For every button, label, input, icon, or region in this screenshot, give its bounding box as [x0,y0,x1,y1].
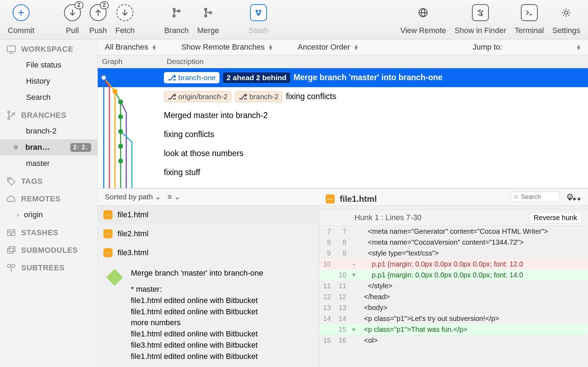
svg-point-25 [8,117,10,120]
sidebar-section-workspace[interactable]: WORKSPACE [0,39,97,57]
sidebar-item-history[interactable]: History [0,73,97,89]
diff-line[interactable]: 1313 <body> [319,302,588,313]
diff-line[interactable]: 10- p.p1 {margin: 0.0px 0.0px 0.0px 0.0p… [319,259,588,270]
sort-button[interactable]: Sorted by path ⌄ [105,193,161,201]
pull-badge: 2 [75,1,83,9]
commit-row[interactable]: Merged master into branch-2 [98,106,588,125]
diff-line[interactable]: 10+ p.p1 {margin: 0.0px 0.0px 0.0px 0.0p… [319,270,588,281]
line-number-new: 13 [335,304,350,312]
commit-body-line: file1.html edited online with Bitbucket [131,306,263,317]
sidebar-section-branches[interactable]: BRANCHES [0,105,97,123]
line-number-new: 14 [335,315,350,323]
merge-button[interactable]: Merge [193,3,223,35]
svg-point-30 [12,231,14,233]
remote-branches-toggle[interactable]: Show Remote Branches▲▼ [181,43,273,52]
diff-line[interactable]: 77 <meta name="Generator" content="Cocoa… [319,226,588,237]
commit-row[interactable]: ⎇ branch-one2 ahead 2 behindMerge branch… [98,68,588,87]
line-number-old: 14 [319,315,335,323]
sidebar-section-tags[interactable]: TAGS [0,172,97,189]
sidebar-section-stashes[interactable]: STASHES [0,223,97,240]
sidebar-branch-item[interactable]: master [0,155,97,172]
order-filter[interactable]: Ancestor Order▲▼ [298,43,358,52]
submodule-icon [6,245,16,255]
code-content: <meta name="CocoaVersion" content="1344.… [357,238,588,246]
svg-point-24 [8,111,10,113]
push-button[interactable]: 2 Push [85,3,111,35]
pull-button[interactable]: 2 Pull [60,3,85,35]
file-modified-icon: ⋯ [103,248,113,257]
diff-header: ⋯ file1.html ••• [319,189,588,210]
svg-point-26 [13,112,15,115]
show-in-finder-button[interactable]: Show in Finder [450,3,511,35]
diff-line[interactable]: 15+ <p class="p1">That was fun.</p> [319,324,588,335]
sidebar-item-file-status[interactable]: File status [0,57,97,73]
svg-point-6 [173,15,175,17]
view-remote-button[interactable]: View Remote [396,3,450,35]
branch-tag[interactable]: ⎇ origin/branch-2 [164,91,231,102]
file-row[interactable]: ⋯file1.html [98,206,319,225]
svg-point-31 [11,233,12,235]
commit-message: Merge branch 'master' into branch-one * … [98,263,319,367]
line-number-new: 12 [335,293,350,301]
diff-line[interactable]: 88 <meta name="CocoaVersion" content="13… [319,237,588,248]
line-number-new: 16 [335,336,350,345]
commit-row[interactable]: fixing stuff [98,163,588,182]
sidebar-section-subtrees[interactable]: SUBTREES [0,258,97,276]
commit-button[interactable]: Commit [4,3,39,35]
diff-line[interactable]: 1212 </head> [319,291,588,302]
sidebar-item-search[interactable]: Search [0,89,97,105]
diff-line[interactable]: 99 <style type="text/css"> [319,248,588,259]
sidebar-section-submodules[interactable]: SUBMODULES [0,240,97,258]
hunk-header: Hunk 1 : Lines 7-30 Reverse hunk [319,210,588,226]
sidebar-branch-item[interactable]: branch-2 [0,123,97,139]
svg-point-12 [260,10,261,12]
commit-list: ⎇ branch-one2 ahead 2 behindMerge branch… [98,68,588,188]
column-graph[interactable]: Graph [98,55,162,68]
chevron-down-icon: ⌄ [155,193,161,201]
file-row[interactable]: ⋯file2.html [98,225,319,244]
fetch-button[interactable]: Fetch [111,3,139,35]
subtree-icon [6,263,16,273]
main-toolbar: Commit 2 Pull 2 Push Fetch Branch Merge … [0,0,588,39]
branch-scope-filter[interactable]: All Branches▲▼ [105,43,156,52]
svg-point-44 [118,159,123,163]
line-number-new: 15 [335,326,350,334]
terminal-button[interactable]: Terminal [510,3,548,35]
commit-message: fixing conflicts [164,130,214,139]
branch-button[interactable]: Branch [160,3,193,35]
column-description[interactable]: Description [162,55,588,68]
branch-tag[interactable]: ⎇ branch-one [164,72,219,83]
diff-pane: ⋯ file1.html ••• Hunk 1 : Lines 7-30 Rev… [319,189,588,367]
commit-body-line: file1.html edited online with Bitbucket [131,295,263,306]
commit-row[interactable]: fixing conflicts [98,125,588,144]
diff-line[interactable]: 1516 <ol> [319,335,588,346]
commit-body-line: more numbers [131,317,263,328]
file-name: file1.html [117,210,148,219]
diff-line[interactable]: 1414 <p class="p1">Let's try out subvers… [319,313,588,324]
diff-line[interactable]: 1111 </style> [319,281,588,291]
sidebar-section-remotes[interactable]: REMOTES [0,189,97,207]
stash-button[interactable]: Stash [244,3,273,35]
branch-tag[interactable]: ⎇ branch-2 [235,91,282,102]
more-icon[interactable]: ••• [568,193,582,205]
line-number-new: 11 [335,282,350,290]
push-badge: 2 [100,1,109,9]
code-content: <ol> [357,336,588,345]
reverse-hunk-button[interactable]: Reverse hunk [529,212,582,224]
file-name: file2.html [117,229,148,238]
file-row[interactable]: ⋯file3.html [98,244,319,263]
commit-message: fixing stuff [164,168,200,177]
globe-icon [415,4,432,21]
commit-row[interactable]: look at those numbers [98,144,588,163]
stash-icon [250,4,267,21]
settings-button[interactable]: Settings [548,3,585,35]
sidebar-branch-item[interactable]: bran…2↑ 2↓ [0,139,97,155]
commit-row[interactable]: ⎇ origin/branch-2⎇ branch-2fixing confli… [98,87,588,106]
file-modified-icon: ⋯ [103,210,113,219]
line-number-old: 12 [319,293,335,301]
sidebar-item-origin[interactable]: ›origin [0,207,97,223]
view-mode-button[interactable]: ≡ ⌄ [167,193,180,201]
stepper-icon: ▲▼ [576,44,581,50]
commit-body-line: file3.html edited online with Bitbucket [131,340,263,351]
jump-to[interactable]: Jump to:▲▼ [473,43,581,52]
